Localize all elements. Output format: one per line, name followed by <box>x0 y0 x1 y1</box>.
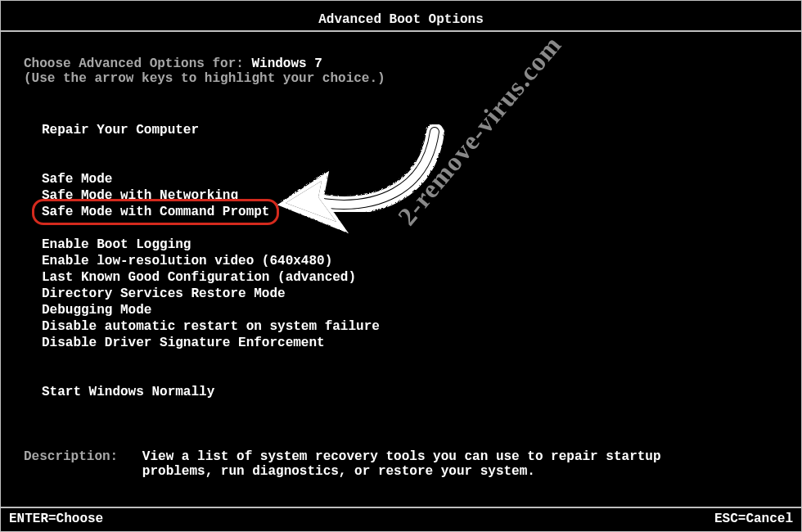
boot-option[interactable]: Enable Boot Logging <box>40 237 192 253</box>
hint-line: (Use the arrow keys to highlight your ch… <box>24 71 778 86</box>
boot-option[interactable]: Disable automatic restart on system fail… <box>40 318 381 335</box>
boot-option[interactable]: Debugging Mode <box>40 302 153 318</box>
boot-option[interactable]: Start Windows Normally <box>40 384 216 400</box>
description-text: View a list of system recovery tools you… <box>126 449 666 479</box>
page-title: Advanced Boot Options <box>1 1 801 27</box>
description-block: Description: View a list of system recov… <box>24 449 778 479</box>
boot-option[interactable]: Last Known Good Configuration (advanced) <box>40 269 358 286</box>
footer-enter: ENTER=Choose <box>9 512 103 526</box>
option-gap <box>40 367 778 384</box>
boot-screen: Advanced Boot Options Choose Advanced Op… <box>0 0 802 532</box>
boot-option[interactable]: Directory Services Restore Mode <box>40 286 287 302</box>
prompt-line: Choose Advanced Options for: Windows 7 <box>24 56 778 71</box>
prompt-prefix: Choose Advanced Options for: <box>24 56 251 71</box>
boot-option[interactable]: Safe Mode <box>40 171 114 187</box>
option-gap <box>40 220 778 237</box>
footer-bar: ENTER=Choose ESC=Cancel <box>1 507 801 531</box>
boot-option[interactable]: Disable Driver Signature Enforcement <box>40 335 327 351</box>
boot-option[interactable]: Safe Mode with Networking <box>40 187 240 204</box>
boot-option[interactable]: Enable low-resolution video (640x480) <box>40 253 334 269</box>
footer-esc: ESC=Cancel <box>714 512 793 526</box>
option-gap <box>40 155 778 171</box>
boot-option[interactable]: Safe Mode with Command Prompt <box>40 204 271 220</box>
boot-option[interactable]: Repair Your Computer <box>40 122 200 138</box>
option-gap <box>40 138 778 155</box>
option-gap <box>40 351 778 367</box>
content-area: Choose Advanced Options for: Windows 7 (… <box>1 32 801 479</box>
description-label: Description: <box>24 449 118 464</box>
os-name: Windows 7 <box>251 56 322 71</box>
highlighted-option[interactable]: Safe Mode with Command Prompt <box>40 204 271 220</box>
options-list: Repair Your ComputerSafe ModeSafe Mode w… <box>24 122 778 400</box>
